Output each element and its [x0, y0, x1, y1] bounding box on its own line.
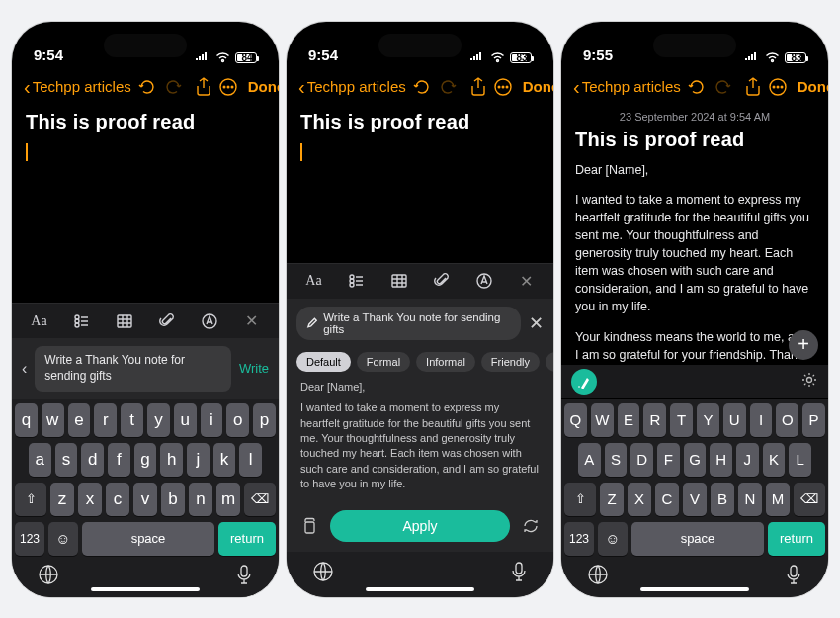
mic-icon[interactable]	[510, 561, 528, 586]
done-button[interactable]: Done	[248, 78, 279, 95]
key-b[interactable]: b	[161, 483, 185, 516]
key-r[interactable]: R	[643, 403, 666, 437]
emoji-key[interactable]: ☺	[598, 522, 628, 556]
key-r[interactable]: r	[94, 403, 117, 437]
key-t[interactable]: t	[121, 403, 143, 437]
space-key[interactable]: space	[631, 522, 764, 556]
key-b[interactable]: B	[711, 483, 734, 516]
key-a[interactable]: A	[578, 443, 601, 477]
emoji-key[interactable]: ☺	[48, 522, 78, 556]
key-q[interactable]: Q	[564, 403, 587, 437]
checklist-button[interactable]	[68, 308, 96, 335]
globe-icon[interactable]	[312, 561, 334, 586]
back-button[interactable]: ‹ Techpp articles	[573, 77, 681, 97]
key-g[interactable]: g	[134, 443, 157, 477]
close-toolbar-button[interactable]: ✕	[513, 267, 541, 295]
ai-prompt-pill[interactable]: Write a Thank You note for sending gifts	[296, 307, 521, 340]
regenerate-button[interactable]	[520, 517, 542, 535]
tone-chip-friendly[interactable]: Friendly	[481, 352, 540, 372]
back-button[interactable]: ‹ Techpp articles	[24, 77, 131, 97]
table-button[interactable]	[385, 267, 413, 295]
shift-key[interactable]: ⇧	[564, 483, 596, 516]
text-format-button[interactable]: Aa	[300, 267, 328, 295]
key-a[interactable]: a	[29, 443, 51, 477]
home-indicator[interactable]	[91, 587, 200, 591]
collapse-arrow-icon[interactable]: ‹	[22, 360, 27, 378]
key-n[interactable]: n	[189, 483, 212, 516]
key-f[interactable]: f	[108, 443, 130, 477]
key-h[interactable]: H	[710, 443, 732, 477]
undo-button[interactable]	[412, 77, 432, 97]
attachment-button[interactable]	[153, 308, 181, 335]
share-button[interactable]	[195, 77, 212, 97]
key-z[interactable]: Z	[600, 483, 624, 516]
close-prompt-button[interactable]: ✕	[529, 312, 544, 334]
key-t[interactable]: T	[670, 403, 693, 437]
mic-icon[interactable]	[785, 564, 802, 589]
tone-chip-informal[interactable]: Informal	[416, 352, 475, 372]
key-v[interactable]: V	[683, 483, 707, 516]
key-z[interactable]: z	[50, 483, 74, 516]
redo-button[interactable]	[438, 77, 458, 97]
key-w[interactable]: W	[591, 403, 614, 437]
tone-chip-formal[interactable]: Formal	[357, 352, 410, 372]
key-x[interactable]: x	[78, 483, 102, 516]
copy-button[interactable]	[298, 517, 320, 535]
done-button[interactable]: Done	[523, 78, 553, 95]
key-q[interactable]: q	[15, 403, 38, 437]
attachment-button[interactable]	[428, 267, 456, 295]
key-h[interactable]: h	[160, 443, 183, 477]
share-button[interactable]	[469, 77, 487, 97]
space-key[interactable]: space	[82, 522, 214, 556]
share-button[interactable]	[744, 77, 762, 97]
key-n[interactable]: N	[738, 483, 762, 516]
key-i[interactable]: I	[750, 403, 773, 437]
tone-chip-default[interactable]: Default	[296, 352, 351, 372]
key-k[interactable]: K	[763, 443, 786, 477]
checklist-button[interactable]	[343, 267, 371, 295]
key-c[interactable]: C	[655, 483, 679, 516]
key-e[interactable]: e	[68, 403, 91, 437]
key-o[interactable]: O	[776, 403, 798, 437]
undo-button[interactable]	[137, 77, 157, 97]
numeric-mode-key[interactable]: 123	[15, 522, 44, 556]
key-f[interactable]: F	[657, 443, 680, 477]
note-editor[interactable]: This is proof read	[287, 107, 553, 263]
globe-icon[interactable]	[587, 564, 609, 589]
key-u[interactable]: U	[723, 403, 746, 437]
keyboard-settings-button[interactable]	[800, 371, 818, 393]
more-button[interactable]	[768, 77, 788, 97]
key-l[interactable]: L	[789, 443, 811, 477]
key-j[interactable]: J	[736, 443, 759, 477]
write-button[interactable]: Write	[239, 361, 269, 376]
table-button[interactable]	[111, 308, 138, 335]
ai-prompt-input[interactable]: Write a Thank You note for sending gifts	[35, 346, 231, 391]
key-d[interactable]: D	[630, 443, 653, 477]
key-d[interactable]: d	[81, 443, 104, 477]
redo-button[interactable]	[713, 77, 732, 97]
return-key[interactable]: return	[218, 522, 276, 556]
more-button[interactable]	[493, 77, 513, 97]
key-v[interactable]: v	[133, 483, 157, 516]
apply-button[interactable]: Apply	[330, 510, 510, 542]
key-g[interactable]: G	[684, 443, 707, 477]
markup-button[interactable]	[470, 267, 498, 295]
key-l[interactable]: l	[239, 443, 262, 477]
globe-icon[interactable]	[38, 564, 59, 589]
tone-chip-humorous[interactable]: Humorous	[546, 352, 553, 372]
key-m[interactable]: m	[216, 483, 240, 516]
home-indicator[interactable]	[366, 587, 474, 591]
key-e[interactable]: E	[618, 403, 640, 437]
key-i[interactable]: i	[201, 403, 223, 437]
key-s[interactable]: s	[55, 443, 78, 477]
note-editor[interactable]: This is proof read	[12, 107, 279, 304]
more-button[interactable]	[218, 77, 238, 97]
ai-assistant-badge[interactable]	[571, 369, 597, 395]
text-format-button[interactable]: Aa	[26, 308, 53, 335]
key-p[interactable]: p	[253, 403, 276, 437]
key-o[interactable]: o	[226, 403, 249, 437]
key-y[interactable]: y	[147, 403, 170, 437]
close-toolbar-button[interactable]: ✕	[238, 308, 266, 335]
markup-button[interactable]	[196, 308, 223, 335]
note-editor[interactable]: 23 September 2024 at 9:54 AM This is pro…	[561, 107, 828, 364]
